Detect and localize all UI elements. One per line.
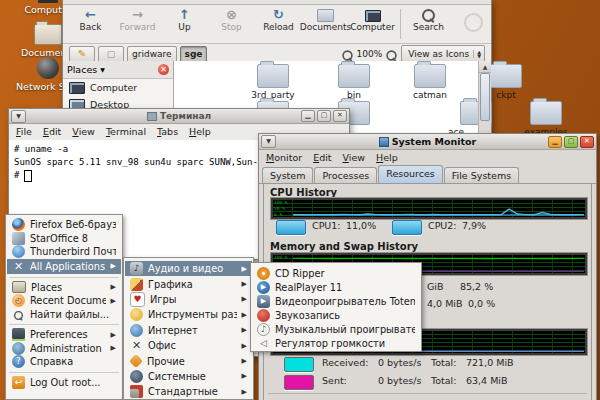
computer-button[interactable]: Computer	[351, 7, 394, 32]
sidebar-item-computer[interactable]: Computer	[63, 79, 173, 96]
scroll-up-icon[interactable]: ▲	[479, 61, 491, 73]
terminal-titlebar[interactable]: ▼ Терминал ▁ ▢ ✕	[9, 109, 349, 124]
menu-item-label: Firefox Веб-браузер	[30, 219, 116, 230]
cpu2-label: CPU2:	[428, 220, 457, 231]
folder-item[interactable]: catman	[398, 64, 462, 100]
menu-item-other[interactable]: Прочие ▶	[125, 353, 252, 368]
menu-view[interactable]: View	[72, 126, 95, 137]
tab-file-systems[interactable]: File Systems	[444, 167, 519, 183]
menu-item-sound-recorder[interactable]: Звукозапись	[252, 308, 420, 322]
reload-label: Reload	[263, 22, 294, 32]
cpu-legend: CPU1: 11,0% CPU2: 7,9%	[264, 220, 591, 234]
menu-item-internet[interactable]: Интернет ▶	[125, 323, 252, 338]
menu-item-realplayer[interactable]: ▶ RealPlayer 11	[252, 280, 420, 294]
path-button-gridware[interactable]: gridware	[127, 46, 177, 63]
menu-item-log-out[interactable]: ↩ Log Out root...	[7, 376, 121, 390]
places-label: Places	[67, 64, 97, 75]
panel-divider	[268, 393, 587, 394]
system-monitor-titlebar[interactable]: ▼ System Monitor ▁ ▢ ✕	[259, 134, 596, 150]
close-sidebar-button[interactable]: ✕	[158, 64, 169, 75]
submenu-arrow-icon: ▶	[242, 342, 247, 350]
menu-item-thunderbird[interactable]: Thunderbird Почта и новости	[7, 245, 121, 259]
stop-button[interactable]: ⊗ Stop	[210, 7, 253, 32]
folder-item[interactable]: examples	[514, 101, 578, 137]
edit-path-button[interactable]: ✎	[69, 46, 95, 63]
back-button[interactable]: ← Back	[69, 7, 112, 32]
audio-video-submenu: CD Ripper ▶ RealPlayer 11 ▶ Видеопроигры…	[250, 262, 422, 352]
menu-item-system[interactable]: Системные ▶	[125, 369, 252, 384]
sent-label: Sent:	[322, 375, 347, 386]
reload-button[interactable]: ↻ Reload	[257, 7, 300, 32]
received-rate: 0 bytes/s	[378, 357, 421, 368]
menu-item-administration[interactable]: Administration ▶	[7, 342, 121, 356]
menu-item-firefox[interactable]: Firefox Веб-браузер	[7, 218, 121, 232]
folder-item[interactable]: bin	[322, 64, 386, 100]
menu-item-office[interactable]: ✕ Офис ▶	[125, 338, 252, 353]
menu-item-rhythmbox[interactable]: ♪ Музыкальный проигрыватель Rhythmbox	[252, 322, 420, 336]
forward-button[interactable]: → Forward	[116, 7, 159, 32]
path-button-sge[interactable]: sge	[180, 46, 208, 63]
places-header[interactable]: Places ▼ ✕	[63, 61, 173, 79]
menu-help[interactable]: Help	[376, 152, 398, 163]
terminal-title: Терминал	[9, 111, 349, 121]
zoom-in-icon[interactable]	[387, 50, 397, 60]
axis-label: 0 %	[274, 212, 282, 217]
menu-item-accessories[interactable]: Стандартные ▶	[125, 384, 252, 399]
computer-icon	[69, 82, 85, 94]
menu-item-places[interactable]: Places ▶	[7, 281, 121, 295]
applications-submenu: ♪ Аудио и видео ▶ Графика ▶ ♥ Игры ▶ Инс…	[123, 257, 254, 400]
menu-tabs[interactable]: Tabs	[157, 126, 178, 137]
accessories-icon	[130, 385, 143, 398]
scrollbar-thumb[interactable]	[480, 73, 490, 121]
menu-item-recent-documents[interactable]: ◴ Recent Documents ▶	[7, 294, 121, 308]
menu-item-help[interactable]: ? Справка	[7, 355, 121, 369]
computer-icon	[365, 10, 381, 22]
menu-item-totem[interactable]: ▶ Видеопроигрыватель Totem	[252, 294, 420, 308]
documents-button[interactable]: Documents	[304, 7, 347, 32]
received-color-swatch[interactable]	[284, 357, 314, 372]
tab-processes[interactable]: Processes	[314, 167, 377, 183]
menu-item-games[interactable]: ♥ Игры ▶	[125, 292, 252, 307]
sent-rate: 0 bytes/s	[378, 375, 421, 386]
menu-view[interactable]: View	[343, 152, 366, 163]
menu-monitor[interactable]: Monitor	[266, 152, 302, 163]
submenu-arrow-icon: ▶	[242, 388, 247, 396]
folder-item[interactable]: 3rd_party	[241, 64, 305, 100]
menu-item-label: Регулятор громкости	[275, 338, 385, 349]
cpu2-color-swatch[interactable]	[392, 220, 422, 235]
folder-item[interactable]: ace	[428, 101, 508, 137]
cpu1-color-swatch[interactable]	[276, 220, 306, 235]
zoom-out-icon[interactable]	[342, 50, 352, 60]
menu-item-volume-control[interactable]: ◁ Регулятор громкости	[252, 336, 420, 350]
menu-item-cd-ripper[interactable]: CD Ripper	[252, 266, 420, 280]
system-monitor-tabs: System Processes Resources File Systems	[259, 165, 596, 184]
menu-item-label: Найти файлы...	[30, 309, 109, 320]
internet-globe-icon	[130, 324, 143, 337]
up-button[interactable]: ↑ Up	[163, 7, 206, 32]
logout-icon: ↩	[12, 376, 25, 389]
menu-item-all-applications[interactable]: ✕ All Applications ▶	[7, 259, 121, 274]
page-button[interactable]: ▢	[98, 46, 124, 63]
tab-resources[interactable]: Resources	[378, 165, 443, 183]
menu-file[interactable]: File	[16, 126, 32, 137]
menu-edit[interactable]: Edit	[43, 126, 61, 137]
menu-item-find-files[interactable]: Найти файлы...	[7, 308, 121, 322]
menu-terminal[interactable]: Terminal	[106, 126, 146, 137]
menu-edit[interactable]: Edit	[313, 152, 331, 163]
tab-system[interactable]: System	[262, 167, 313, 183]
sound-recorder-icon	[257, 309, 270, 322]
menu-item-preferences[interactable]: Preferences ▶	[7, 328, 121, 342]
menu-item-audio-video[interactable]: ♪ Аудио и видео ▶	[125, 261, 252, 276]
menu-item-label: CD Ripper	[275, 268, 325, 279]
submenu-arrow-icon: ▶	[111, 262, 116, 270]
search-button[interactable]: Search	[407, 7, 450, 32]
memory-percent: 85,2 %	[460, 281, 493, 292]
menu-item-staroffice[interactable]: StarOffice 8	[7, 232, 121, 246]
menu-item-development[interactable]: Инструменты разработки ▶	[125, 307, 252, 322]
sent-color-swatch[interactable]	[284, 375, 314, 390]
cpu1-value: 11,0%	[346, 220, 376, 231]
menu-help[interactable]: Help	[189, 126, 211, 137]
menu-item-graphics[interactable]: Графика ▶	[125, 276, 252, 291]
back-arrow-icon: ←	[85, 7, 96, 22]
up-arrow-icon: ↑	[179, 7, 190, 22]
